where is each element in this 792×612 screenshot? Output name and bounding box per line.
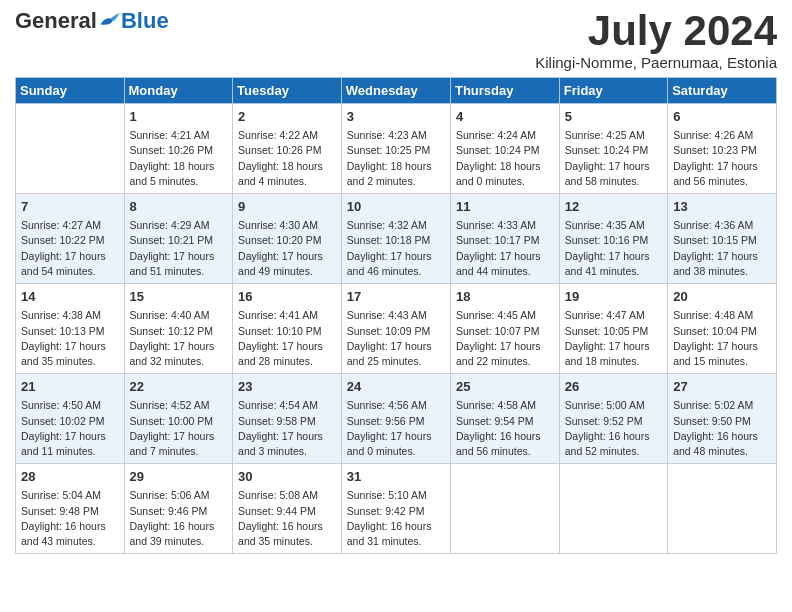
day-info: Sunrise: 4:43 AMSunset: 10:09 PMDaylight… xyxy=(347,308,445,369)
day-info: Sunrise: 4:58 AMSunset: 9:54 PMDaylight:… xyxy=(456,398,554,459)
day-number: 28 xyxy=(21,468,119,486)
day-number: 10 xyxy=(347,198,445,216)
calendar-week-row: 21Sunrise: 4:50 AMSunset: 10:02 PMDaylig… xyxy=(16,374,777,464)
calendar-cell: 10Sunrise: 4:32 AMSunset: 10:18 PMDaylig… xyxy=(341,194,450,284)
day-number: 24 xyxy=(347,378,445,396)
calendar-cell xyxy=(450,464,559,554)
day-info: Sunrise: 4:21 AMSunset: 10:26 PMDaylight… xyxy=(130,128,228,189)
day-info: Sunrise: 4:33 AMSunset: 10:17 PMDaylight… xyxy=(456,218,554,279)
day-number: 12 xyxy=(565,198,662,216)
day-info: Sunrise: 4:45 AMSunset: 10:07 PMDaylight… xyxy=(456,308,554,369)
logo: General Blue xyxy=(15,10,169,32)
day-number: 17 xyxy=(347,288,445,306)
weekday-header-wednesday: Wednesday xyxy=(341,78,450,104)
day-number: 3 xyxy=(347,108,445,126)
day-info: Sunrise: 4:50 AMSunset: 10:02 PMDaylight… xyxy=(21,398,119,459)
weekday-header-tuesday: Tuesday xyxy=(233,78,342,104)
day-number: 30 xyxy=(238,468,336,486)
logo-general: General xyxy=(15,10,97,32)
page-header: General Blue July 2024 Kilingi-Nomme, Pa… xyxy=(15,10,777,71)
calendar-cell: 20Sunrise: 4:48 AMSunset: 10:04 PMDaylig… xyxy=(668,284,777,374)
calendar-table: SundayMondayTuesdayWednesdayThursdayFrid… xyxy=(15,77,777,554)
day-number: 19 xyxy=(565,288,662,306)
day-number: 18 xyxy=(456,288,554,306)
day-info: Sunrise: 4:27 AMSunset: 10:22 PMDaylight… xyxy=(21,218,119,279)
weekday-header-monday: Monday xyxy=(124,78,233,104)
day-number: 26 xyxy=(565,378,662,396)
calendar-cell xyxy=(559,464,667,554)
calendar-week-row: 28Sunrise: 5:04 AMSunset: 9:48 PMDayligh… xyxy=(16,464,777,554)
day-number: 22 xyxy=(130,378,228,396)
day-info: Sunrise: 5:08 AMSunset: 9:44 PMDaylight:… xyxy=(238,488,336,549)
calendar-cell: 2Sunrise: 4:22 AMSunset: 10:26 PMDayligh… xyxy=(233,104,342,194)
calendar-cell: 19Sunrise: 4:47 AMSunset: 10:05 PMDaylig… xyxy=(559,284,667,374)
day-info: Sunrise: 4:40 AMSunset: 10:12 PMDaylight… xyxy=(130,308,228,369)
calendar-week-row: 14Sunrise: 4:38 AMSunset: 10:13 PMDaylig… xyxy=(16,284,777,374)
calendar-cell: 12Sunrise: 4:35 AMSunset: 10:16 PMDaylig… xyxy=(559,194,667,284)
calendar-cell: 28Sunrise: 5:04 AMSunset: 9:48 PMDayligh… xyxy=(16,464,125,554)
weekday-header-thursday: Thursday xyxy=(450,78,559,104)
calendar-cell: 7Sunrise: 4:27 AMSunset: 10:22 PMDayligh… xyxy=(16,194,125,284)
day-number: 21 xyxy=(21,378,119,396)
calendar-cell: 25Sunrise: 4:58 AMSunset: 9:54 PMDayligh… xyxy=(450,374,559,464)
calendar-cell: 30Sunrise: 5:08 AMSunset: 9:44 PMDayligh… xyxy=(233,464,342,554)
day-number: 2 xyxy=(238,108,336,126)
calendar-cell: 17Sunrise: 4:43 AMSunset: 10:09 PMDaylig… xyxy=(341,284,450,374)
day-number: 15 xyxy=(130,288,228,306)
day-number: 27 xyxy=(673,378,771,396)
day-number: 16 xyxy=(238,288,336,306)
day-info: Sunrise: 4:25 AMSunset: 10:24 PMDaylight… xyxy=(565,128,662,189)
calendar-cell: 13Sunrise: 4:36 AMSunset: 10:15 PMDaylig… xyxy=(668,194,777,284)
day-info: Sunrise: 5:10 AMSunset: 9:42 PMDaylight:… xyxy=(347,488,445,549)
day-number: 4 xyxy=(456,108,554,126)
calendar-cell xyxy=(668,464,777,554)
day-info: Sunrise: 5:06 AMSunset: 9:46 PMDaylight:… xyxy=(130,488,228,549)
day-number: 7 xyxy=(21,198,119,216)
day-info: Sunrise: 4:56 AMSunset: 9:56 PMDaylight:… xyxy=(347,398,445,459)
day-info: Sunrise: 4:48 AMSunset: 10:04 PMDaylight… xyxy=(673,308,771,369)
calendar-cell: 21Sunrise: 4:50 AMSunset: 10:02 PMDaylig… xyxy=(16,374,125,464)
day-info: Sunrise: 4:47 AMSunset: 10:05 PMDaylight… xyxy=(565,308,662,369)
calendar-cell: 14Sunrise: 4:38 AMSunset: 10:13 PMDaylig… xyxy=(16,284,125,374)
day-number: 6 xyxy=(673,108,771,126)
day-info: Sunrise: 4:23 AMSunset: 10:25 PMDaylight… xyxy=(347,128,445,189)
month-title: July 2024 xyxy=(535,10,777,52)
day-info: Sunrise: 4:29 AMSunset: 10:21 PMDaylight… xyxy=(130,218,228,279)
day-number: 31 xyxy=(347,468,445,486)
day-info: Sunrise: 4:30 AMSunset: 10:20 PMDaylight… xyxy=(238,218,336,279)
calendar-cell: 4Sunrise: 4:24 AMSunset: 10:24 PMDayligh… xyxy=(450,104,559,194)
day-number: 20 xyxy=(673,288,771,306)
day-info: Sunrise: 4:22 AMSunset: 10:26 PMDaylight… xyxy=(238,128,336,189)
calendar-cell: 8Sunrise: 4:29 AMSunset: 10:21 PMDayligh… xyxy=(124,194,233,284)
day-info: Sunrise: 4:41 AMSunset: 10:10 PMDaylight… xyxy=(238,308,336,369)
calendar-cell: 5Sunrise: 4:25 AMSunset: 10:24 PMDayligh… xyxy=(559,104,667,194)
calendar-cell: 16Sunrise: 4:41 AMSunset: 10:10 PMDaylig… xyxy=(233,284,342,374)
title-block: July 2024 Kilingi-Nomme, Paernumaa, Esto… xyxy=(535,10,777,71)
day-info: Sunrise: 4:38 AMSunset: 10:13 PMDaylight… xyxy=(21,308,119,369)
calendar-week-row: 7Sunrise: 4:27 AMSunset: 10:22 PMDayligh… xyxy=(16,194,777,284)
calendar-week-row: 1Sunrise: 4:21 AMSunset: 10:26 PMDayligh… xyxy=(16,104,777,194)
day-number: 29 xyxy=(130,468,228,486)
day-number: 11 xyxy=(456,198,554,216)
logo-bird-icon xyxy=(99,11,121,29)
calendar-cell xyxy=(16,104,125,194)
day-info: Sunrise: 4:26 AMSunset: 10:23 PMDaylight… xyxy=(673,128,771,189)
day-info: Sunrise: 4:32 AMSunset: 10:18 PMDaylight… xyxy=(347,218,445,279)
calendar-cell: 23Sunrise: 4:54 AMSunset: 9:58 PMDayligh… xyxy=(233,374,342,464)
calendar-cell: 26Sunrise: 5:00 AMSunset: 9:52 PMDayligh… xyxy=(559,374,667,464)
location-title: Kilingi-Nomme, Paernumaa, Estonia xyxy=(535,54,777,71)
day-number: 1 xyxy=(130,108,228,126)
day-number: 23 xyxy=(238,378,336,396)
calendar-cell: 24Sunrise: 4:56 AMSunset: 9:56 PMDayligh… xyxy=(341,374,450,464)
day-info: Sunrise: 4:24 AMSunset: 10:24 PMDaylight… xyxy=(456,128,554,189)
day-number: 13 xyxy=(673,198,771,216)
day-info: Sunrise: 5:04 AMSunset: 9:48 PMDaylight:… xyxy=(21,488,119,549)
calendar-cell: 1Sunrise: 4:21 AMSunset: 10:26 PMDayligh… xyxy=(124,104,233,194)
calendar-cell: 18Sunrise: 4:45 AMSunset: 10:07 PMDaylig… xyxy=(450,284,559,374)
calendar-cell: 6Sunrise: 4:26 AMSunset: 10:23 PMDayligh… xyxy=(668,104,777,194)
day-info: Sunrise: 5:02 AMSunset: 9:50 PMDaylight:… xyxy=(673,398,771,459)
day-info: Sunrise: 4:52 AMSunset: 10:00 PMDaylight… xyxy=(130,398,228,459)
day-info: Sunrise: 4:54 AMSunset: 9:58 PMDaylight:… xyxy=(238,398,336,459)
day-info: Sunrise: 5:00 AMSunset: 9:52 PMDaylight:… xyxy=(565,398,662,459)
calendar-header-row: SundayMondayTuesdayWednesdayThursdayFrid… xyxy=(16,78,777,104)
